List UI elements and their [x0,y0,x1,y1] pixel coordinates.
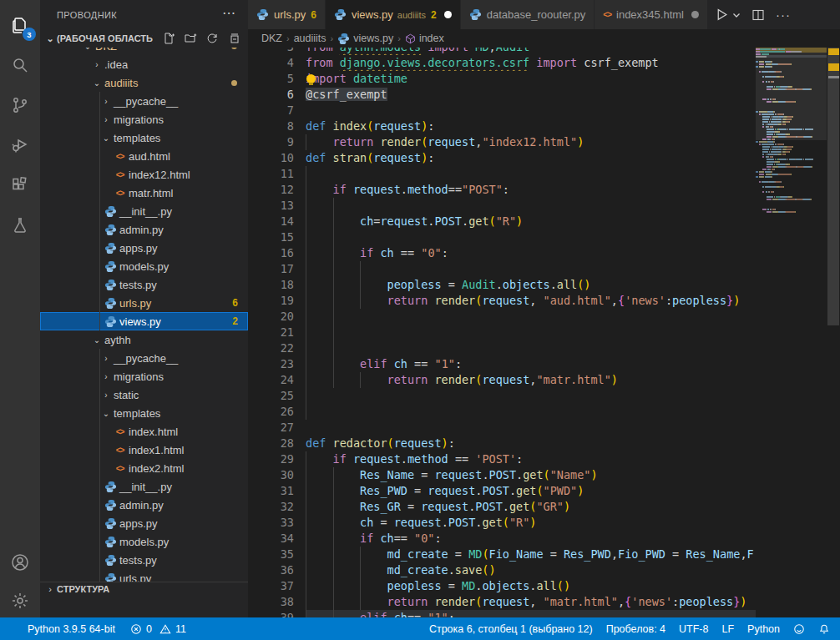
workspace-section-header[interactable]: ⌄ (РАБОЧАЯ ОБЛАСТЬ) ... [40,29,248,48]
tree-file-index2-html[interactable]: <>index2.html [40,459,248,477]
code-line-29[interactable]: 29 if request.method == 'POST': [248,451,756,467]
code-line-23[interactable]: 23 elif ch == "1": [248,356,756,372]
tree-file-index-html[interactable]: <>index.html [40,422,248,441]
scrollbar-thumb[interactable] [827,48,839,325]
tree-folder--idea[interactable]: ›.idea [40,55,248,73]
cursor-position-status[interactable]: Строка 6, столбец 1 (выбрано 12) [429,623,593,635]
breadcrumb-item-dkz[interactable]: DKZ [261,33,282,44]
code-line-32[interactable]: 32 Res_GR = request.POST.get("GR") [248,499,756,515]
code-line-19[interactable]: 19 return render(request, "aud.html",{'n… [248,293,756,309]
tree-file-views-py[interactable]: views.py2 [40,312,248,330]
tree-file-matr-html[interactable]: <>matr.html [40,184,248,202]
code-line-33[interactable]: 33 ch = request.POST.get("R") [248,515,756,531]
refresh-icon[interactable] [205,31,220,46]
tree-file-index12-html[interactable]: <>index12.html [40,165,248,184]
new-folder-icon[interactable] [183,31,198,46]
code-line-38[interactable]: 38 return render(request, "matr.html",{'… [248,594,756,610]
eol-status[interactable]: LF [721,623,734,635]
search-icon[interactable] [0,45,40,85]
code-line-21[interactable]: 21 [248,325,756,340]
code-line-11[interactable]: 11 [248,166,756,182]
testing-icon[interactable] [0,205,40,245]
notifications-bell-icon[interactable] [818,623,830,635]
code-line-34[interactable]: 34 if ch== "0": [248,531,756,547]
outline-section-header[interactable]: › СТРУКТУРА [40,582,248,595]
code-line-13[interactable]: 13 [248,198,756,214]
code-line-14[interactable]: 14 ch=request.POST.get("R") [248,214,756,229]
tree-file-urls-py[interactable]: urls.py6 [40,294,248,312]
run-debug-icon[interactable] [0,125,40,165]
code-line-35[interactable]: 35 md_create = MD(Fio_Name = Res_PWD,Fio… [248,547,756,562]
tab-index345-html[interactable]: <>index345.html [595,0,708,29]
tree-folder-templates[interactable]: ⌄templates [40,129,248,147]
code-line-8[interactable]: 8def index(request): [248,118,756,134]
code-line-4[interactable]: 4from django.views.decorators.csrf impor… [248,55,756,71]
editor-scrollbar[interactable] [827,48,840,617]
tree-file--init-py[interactable]: __init__.py [40,202,248,220]
tree-file-models-py[interactable]: models.py [40,532,248,551]
tree-folder-audiiits[interactable]: ⌄audiiits [40,73,248,92]
source-control-icon[interactable] [0,85,40,125]
code-line-28[interactable]: 28def redactor(request): [248,436,756,451]
tree-file-tests-py[interactable]: tests.py [40,275,248,294]
code-line-27[interactable]: 27 [248,420,756,436]
code-line-16[interactable]: 16 if ch == "0": [248,245,756,261]
accounts-icon[interactable] [0,542,40,582]
tree-folder--pycache-[interactable]: ›__pycache__ [40,92,248,110]
code-line-39[interactable]: 39 elif ch== "1": [248,610,756,617]
tree-folder-templates[interactable]: ⌄templates [40,404,248,422]
code-line-17[interactable]: 17 [248,261,756,277]
tree-file-tests-py[interactable]: tests.py [40,551,248,569]
breadcrumb-item-views-py[interactable]: views.py [337,33,393,45]
new-file-icon[interactable] [161,31,176,46]
explorer-icon[interactable]: 3 [0,5,40,45]
code-line-6[interactable]: 6@csrf_exempt [248,87,756,103]
code-line-7[interactable]: 7 [248,103,756,118]
tree-folder-aythh[interactable]: ⌄aythh [40,330,248,349]
minimap[interactable] [756,48,827,617]
code-line-36[interactable]: 36 md_create.save() [248,562,756,578]
tree-folder-migrations[interactable]: ›migrations [40,367,248,386]
tree-file-urls-py[interactable]: urls.py [40,569,248,582]
tree-file-index1-html[interactable]: <>index1.html [40,441,248,459]
tree-file-apps-py[interactable]: apps.py [40,239,248,257]
code-line-10[interactable]: 10def stran(request): [248,150,756,166]
code-line-12[interactable]: 12 if request.method=="POST": [248,182,756,198]
code-line-22[interactable]: 22 [248,340,756,356]
code-line-31[interactable]: 31 Res_PWD = request.POST.get("PWD") [248,483,756,499]
python-interpreter-status[interactable]: Python 3.9.5 64-bit [28,623,115,635]
breadcrumb-item-index[interactable]: index [405,33,444,44]
extensions-icon[interactable] [0,165,40,205]
feedback-icon[interactable] [793,623,805,635]
tree-file--init-py[interactable]: __init__.py [40,477,248,496]
tree-file-admin-py[interactable]: admin.py [40,220,248,239]
code-line-37[interactable]: 37 peopless = MD.objects.all() [248,578,756,594]
tab-urls-py[interactable]: urls.py6 [248,0,326,29]
run-python-file-button[interactable] [713,6,730,24]
tab-views-py[interactable]: views.pyaudiiits2 [326,0,461,29]
code-line-3[interactable]: 3from aythh.models import MD,Audit [248,48,756,55]
breadcrumb-item-audiiits[interactable]: audiiits [294,33,326,44]
code-line-9[interactable]: 9 return render(request,"index12.html") [248,134,756,150]
tree-file-apps-py[interactable]: apps.py [40,514,248,532]
lightbulb-icon[interactable] [306,74,316,83]
code-line-24[interactable]: 24 return render(request,"matr.html") [248,372,756,388]
problems-status[interactable]: 0 11 [130,623,186,635]
code-editor[interactable]: 3from aythh.models import MD,Audit4from … [248,48,756,617]
code-line-26[interactable]: 26 [248,404,756,420]
code-line-15[interactable]: 15 [248,229,756,245]
collapse-all-icon[interactable] [226,31,241,46]
run-dropdown-chevron-icon[interactable] [731,6,741,24]
tree-file-models-py[interactable]: models.py [40,257,248,275]
tree-file-admin-py[interactable]: admin.py [40,496,248,514]
settings-gear-icon[interactable] [0,581,40,621]
code-line-5[interactable]: 5import datetime [248,71,756,87]
split-editor-icon[interactable] [750,6,767,24]
tab-database-roouter-py[interactable]: database_roouter.py [461,0,595,29]
tree-folder-static[interactable]: ›static [40,386,248,404]
code-line-18[interactable]: 18 peopless = Audit.objects.all() [248,277,756,293]
indentation-status[interactable]: Пробелов: 4 [606,623,665,635]
more-actions-icon[interactable]: ··· [775,6,792,24]
tree-folder-dkz[interactable]: ⌄DKZ [40,48,248,55]
code-line-30[interactable]: 30 Res_Name = request.POST.get("Name") [248,467,756,483]
